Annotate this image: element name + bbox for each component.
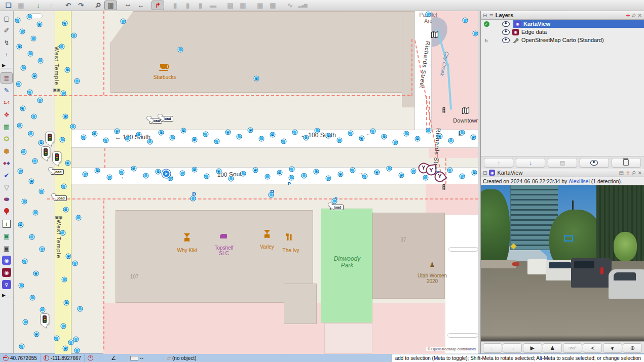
save-button[interactable]: ▣ — [15, 1, 27, 10]
photo-marker[interactable] — [30, 235, 34, 239]
share-button[interactable]: ≺ — [583, 343, 602, 353]
merge-building-button[interactable]: ▤ — [224, 1, 237, 10]
photo-marker[interactable]: ➤ — [472, 171, 477, 175]
collapse-icon[interactable]: ⊟ — [483, 13, 487, 18]
photo-marker[interactable] — [60, 45, 64, 49]
photo-marker[interactable] — [73, 261, 78, 266]
road-bubble-marker[interactable]: Road — [158, 114, 163, 118]
photo-marker[interactable]: ➤ — [137, 133, 141, 137]
user-link[interactable]: AlexIlisei — [569, 178, 589, 184]
map-style-tool[interactable]: ▦ — [1, 121, 13, 132]
previous-photo-button[interactable]: ← — [483, 343, 502, 353]
photo-marker[interactable]: ➤ — [217, 169, 221, 174]
pin-icon[interactable]: ⚲ — [630, 170, 637, 176]
photo-marker[interactable] — [170, 136, 175, 140]
waveform-tool-button[interactable]: ∿ — [284, 1, 296, 10]
photo-marker[interactable]: ➤ — [95, 169, 100, 173]
photo-marker[interactable] — [41, 308, 45, 312]
undo-button[interactable]: ↶ — [62, 1, 74, 10]
photo-marker[interactable] — [332, 199, 337, 204]
preferences-button[interactable]: ▥ — [104, 1, 117, 10]
photo-marker[interactable] — [259, 137, 264, 141]
photo-marker[interactable] — [18, 124, 22, 128]
photo-marker[interactable] — [237, 135, 242, 139]
photo-marker[interactable] — [74, 337, 79, 342]
upload-data-button[interactable]: ↑ — [45, 1, 57, 10]
pin-icon[interactable]: ⚲ — [630, 12, 637, 19]
photo-marker[interactable] — [393, 140, 398, 145]
photo-marker[interactable] — [83, 172, 88, 177]
photo-marker[interactable]: ➤ — [37, 22, 42, 27]
photo-marker[interactable] — [75, 79, 80, 84]
photo-marker[interactable]: ➤ — [19, 223, 23, 227]
parallel-offset-button[interactable]: ++ — [122, 1, 134, 10]
photo-marker[interactable]: ➤ — [181, 129, 186, 133]
photo-marker[interactable] — [302, 174, 307, 178]
photo-marker[interactable] — [427, 129, 431, 133]
photo-marker[interactable] — [21, 66, 26, 70]
navigate-button[interactable]: ➤ — [603, 343, 622, 353]
photo-marker[interactable] — [18, 169, 23, 174]
photo-marker[interactable] — [351, 168, 355, 173]
photo-marker[interactable]: ➤ — [193, 168, 197, 172]
road-bubble-marker[interactable]: Road — [328, 203, 333, 207]
sidebar-expander-top[interactable]: ▶ — [1, 61, 13, 68]
photo-marker[interactable]: ➤ — [271, 133, 275, 137]
photo-marker[interactable] — [40, 189, 44, 194]
photo-marker[interactable] — [126, 137, 130, 141]
photo-marker[interactable]: ➤ — [64, 301, 69, 305]
photo-marker[interactable] — [71, 125, 75, 129]
block-tool-2-button[interactable]: ▦ — [267, 1, 279, 10]
validate-tool[interactable]: ✔ — [1, 170, 13, 181]
photo-marker[interactable] — [411, 169, 416, 174]
select-tool[interactable]: ▢ — [1, 13, 13, 24]
detach-icon[interactable]: ✛ — [626, 13, 630, 18]
redo-button[interactable]: ↷ — [74, 1, 87, 10]
traffic-signal-bubble-marker[interactable] — [40, 313, 49, 325]
photo-marker[interactable]: ➤ — [66, 161, 70, 166]
close-icon[interactable]: ✕ — [638, 13, 642, 18]
photo-marker[interactable] — [77, 216, 81, 220]
photo-info-button[interactable]: ▣ — [1, 230, 13, 242]
histogram-tool-button[interactable]: ▂▄▆ — [296, 1, 309, 10]
photo-marker[interactable]: ➤ — [64, 208, 68, 212]
photo-marker[interactable]: ➤ — [34, 332, 39, 337]
photo-marker[interactable] — [23, 320, 28, 325]
photo-marker[interactable]: ➤ — [63, 21, 67, 26]
photo-marker[interactable] — [28, 90, 32, 95]
photo-marker[interactable] — [204, 132, 208, 137]
photo-marker[interactable] — [473, 31, 478, 36]
photo-marker[interactable] — [424, 176, 428, 180]
photo-marker[interactable] — [72, 33, 77, 38]
photo-marker[interactable] — [61, 324, 66, 329]
photo-marker[interactable] — [39, 59, 43, 63]
photo-marker[interactable] — [120, 170, 124, 175]
photo-marker[interactable] — [282, 139, 286, 144]
photo-marker[interactable] — [229, 177, 234, 181]
terrace-tool-1-button[interactable]: ▮ — [169, 1, 181, 10]
cluster-tool[interactable]: ⬢ — [1, 145, 13, 156]
photo-marker[interactable] — [78, 307, 83, 311]
road-bubble-marker[interactable]: Road — [51, 193, 56, 197]
notes-tool[interactable] — [1, 206, 13, 217]
photo-marker[interactable] — [241, 172, 246, 176]
photo-marker[interactable] — [33, 211, 38, 215]
photo-marker[interactable] — [55, 336, 59, 341]
photo-marker[interactable] — [40, 247, 45, 252]
photo-marker[interactable] — [215, 139, 219, 144]
image-frame-button[interactable]: ▣ — [1, 243, 13, 254]
photo-marker[interactable]: ➤ — [63, 114, 68, 119]
photo-marker[interactable] — [61, 231, 65, 235]
photo-marker[interactable] — [404, 132, 409, 136]
photo-marker[interactable] — [60, 138, 65, 142]
photo-marker[interactable] — [16, 18, 20, 23]
photo-marker[interactable]: ➤ — [65, 68, 70, 72]
photo-marker[interactable] — [61, 91, 66, 96]
street-photo[interactable] — [481, 185, 644, 343]
kartaview-detections-button[interactable]: ◉ — [1, 267, 13, 278]
photo-marker[interactable] — [104, 138, 108, 143]
draw-node-tool[interactable]: ✐ — [1, 25, 13, 36]
copy-image-icon[interactable]: ▤ — [619, 170, 623, 176]
photo-marker[interactable] — [363, 174, 367, 179]
close-icon[interactable]: ✕ — [638, 170, 642, 176]
